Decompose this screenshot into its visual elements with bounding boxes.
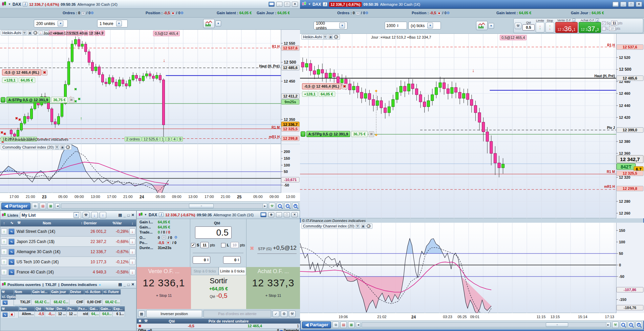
close-position-icon[interactable]: ✖ bbox=[437, 12, 441, 15]
maximize-button[interactable]: □ bbox=[127, 213, 130, 217]
order-price-tag[interactable]: 0,5@12 465,4 bbox=[500, 35, 527, 40]
wrench-icon[interactable]: ⚒ bbox=[356, 224, 360, 228]
open-chart-button[interactable]: ∿ bbox=[8, 259, 15, 265]
position-tag[interactable]: -0,5 @ 12 465,4 (RL)✖ bbox=[2, 69, 47, 75]
left-cci-panel[interactable]: 20015010050-50-10,671 Commodity Channel … bbox=[0, 144, 300, 193]
close-cci-icon[interactable]: ✖ bbox=[66, 145, 70, 149]
chart-type-dropdown[interactable]: ▼ bbox=[488, 23, 494, 29]
open-chart-button[interactable]: ∿ bbox=[2, 312, 8, 317]
spinner-b[interactable]: 0▲▼ bbox=[223, 256, 241, 264]
chart-settings-icon[interactable]: ⚒ bbox=[269, 203, 275, 209]
window-icon[interactable]: ▣ bbox=[60, 145, 65, 149]
exit-position-button[interactable]: Sortir +64,05 € Qté -0,5 bbox=[191, 277, 246, 300]
period-icon[interactable]: ⧉ bbox=[332, 322, 339, 328]
move-up-icon[interactable]: ↑ bbox=[100, 212, 106, 218]
minimize-button[interactable]: _ bbox=[276, 212, 282, 217]
open-chart-button[interactable]: ∿ bbox=[2, 300, 8, 305]
symbol-dropdown[interactable]: ▼ bbox=[8, 3, 11, 6]
stop-order-tag[interactable]: ↕ A:STPg 0,5 @ 12 391,9 36,75 € ✖ bbox=[1, 97, 74, 103]
move-down-icon[interactable]: ↓ bbox=[91, 212, 98, 218]
zoom-out-icon[interactable]: - bbox=[628, 322, 634, 328]
zoom-in-icon[interactable]: + bbox=[636, 322, 642, 328]
period-icon[interactable]: ⧉ bbox=[32, 203, 38, 209]
watchlist-row[interactable]: ↑∿Japon 225 Cash (1$)22 387,2-0,68%↓ bbox=[0, 237, 136, 247]
chat-bubble-icon[interactable]: ● bbox=[99, 283, 101, 287]
minimize-button[interactable]: _ bbox=[124, 213, 126, 217]
order-price-tag[interactable]: 0,5@12 465,4 bbox=[153, 31, 180, 36]
open-chart-button[interactable]: ∿ bbox=[8, 228, 15, 235]
maximize-button[interactable]: □ bbox=[284, 212, 290, 217]
table-row[interactable]: ∿✖Allem...-0,5-0,...12 ...12 ...n/d64,..… bbox=[1, 311, 135, 318]
close-button[interactable]: ✕ bbox=[131, 282, 134, 287]
chart-type-dropdown[interactable]: ▼ bbox=[215, 21, 221, 26]
open-chart-button[interactable]: ∿ bbox=[8, 249, 15, 255]
buy-row-button[interactable]: ↑ bbox=[1, 249, 7, 255]
units-select[interactable]: 200 unités▼ bbox=[34, 20, 68, 27]
sell-row-button[interactable]: ↓ bbox=[129, 259, 135, 265]
news-icon[interactable]: ▤ bbox=[340, 322, 347, 328]
position-settings-icon[interactable]: ⚙ bbox=[180, 11, 184, 15]
zoom-out-icon[interactable]: - bbox=[284, 203, 291, 209]
close-button[interactable]: ✕ bbox=[636, 2, 642, 7]
printer-icon[interactable]: ▤ bbox=[119, 282, 122, 287]
orders-list-icon[interactable]: ▦ bbox=[47, 203, 54, 209]
sell-row-button[interactable]: ↓ bbox=[129, 269, 135, 275]
watchlist-row[interactable]: ↑∿Wall Street Cash (1€)26 001,2-0,28%↓ bbox=[0, 226, 136, 237]
stop-ticks-tab[interactable]: Stop à 0 ticks bbox=[191, 267, 219, 275]
minimize-button[interactable]: _ bbox=[620, 2, 626, 7]
limit-checkbox[interactable] bbox=[221, 243, 226, 247]
open-chart-button[interactable]: ∿ bbox=[8, 239, 15, 245]
orders-list-icon[interactable]: ▦ bbox=[348, 322, 355, 328]
keyboard-icon[interactable]: ⌨ bbox=[260, 212, 266, 217]
cancel-orders-icon[interactable]: ✕ bbox=[81, 12, 85, 15]
keyboard-icon[interactable]: ⌨ bbox=[269, 2, 275, 7]
minimize-button[interactable]: _ bbox=[276, 2, 282, 7]
symbol-dropdown[interactable]: ▼ bbox=[308, 3, 311, 6]
sell-market-button[interactable]: Vente O.F. ... 12 336,1 + Stop 11 bbox=[137, 267, 191, 309]
ticket-titlebar[interactable]: ▼ DAX i 12 336,7 (-0,67%) 09:50:35 Allem… bbox=[137, 211, 300, 219]
orders-wrench-icon[interactable]: ⚒ bbox=[289, 311, 296, 317]
list-select[interactable]: My List▼ bbox=[20, 212, 81, 219]
scroll-left-arrow[interactable]: ◀ bbox=[356, 322, 360, 327]
l-checkbox[interactable] bbox=[602, 27, 606, 30]
buy-row-button[interactable]: ↑ bbox=[1, 269, 7, 275]
close-study-icon[interactable]: ✖ bbox=[334, 35, 338, 39]
printer-icon[interactable]: ▤ bbox=[119, 213, 122, 217]
share-button[interactable]: ◀Partager bbox=[302, 322, 331, 328]
info-icon[interactable]: i bbox=[323, 2, 327, 6]
qty-input[interactable]: 0.5 bbox=[522, 24, 535, 30]
quantity-input[interactable]: 0.5 bbox=[195, 226, 232, 239]
chart-check-icon[interactable]: ✓ bbox=[273, 311, 279, 317]
close-position-icon[interactable]: ✖ bbox=[171, 12, 175, 15]
watchlist-row[interactable]: ↑∿Allemagne 30 Cash (1€)12 336,7-0,67%↓ bbox=[0, 247, 136, 257]
buy-row-button[interactable]: ↑ bbox=[1, 259, 7, 265]
scroll-left-arrow[interactable]: ◀ bbox=[55, 203, 60, 208]
window-icon[interactable]: ▣ bbox=[328, 35, 333, 39]
positions-detail-table[interactable]: ⚒NomQté%VarDer...Px...Px.r...Gai...Gain.… bbox=[1, 306, 135, 318]
chart-scrollbar[interactable]: ≡▶ bbox=[61, 203, 267, 208]
right-cci-panel[interactable]: 150100500-50-150-107,86-184,76 Commodity… bbox=[300, 223, 644, 313]
sell-arrow-icon[interactable]: ↓ bbox=[39, 31, 43, 35]
maximize-button[interactable]: □ bbox=[284, 2, 290, 7]
tick-type-select[interactable]: (x) ticks▼ bbox=[408, 22, 441, 29]
fit-zoom-icon[interactable] bbox=[277, 203, 283, 209]
close-button[interactable]: ✕ bbox=[292, 2, 298, 7]
tick-count-spinner[interactable]: 1000▲▼ bbox=[385, 22, 407, 29]
limit-ticks-tab[interactable]: Limite à 0 ticks bbox=[219, 267, 246, 275]
buy-row-button[interactable]: ↑ bbox=[1, 228, 7, 235]
watchlist-row[interactable]: ↑∿France 40 Cash (1€)4 949,3-0,58%↓ bbox=[0, 267, 136, 277]
stop-checkbox[interactable]: ✓ bbox=[191, 243, 195, 247]
buy-row-button[interactable]: ↑ bbox=[1, 239, 7, 245]
orders-gear-icon[interactable]: ⚙ bbox=[281, 311, 287, 317]
share-button[interactable]: ◀Partager bbox=[1, 203, 30, 209]
spinner-a[interactable]: 0▲▼ bbox=[193, 256, 210, 264]
watchlist-column-header[interactable]: ↑ ∿ ⚒ Nom ↑ Dernier %Var ↓ bbox=[0, 220, 136, 226]
window-icon[interactable]: ▣ bbox=[361, 224, 365, 228]
chart-type-button[interactable] bbox=[203, 19, 215, 28]
units-select[interactable]: 1000 unités▼ bbox=[314, 22, 347, 29]
buy-market-button[interactable]: Achat O.F. ... 12 337,3 + Stop 11 bbox=[246, 267, 300, 309]
limit-order-button[interactable]: ↓↑ bbox=[536, 22, 544, 32]
close-button[interactable]: ✕ bbox=[292, 212, 298, 217]
reverse-position-button[interactable]: Inverser position bbox=[146, 310, 202, 317]
news-icon[interactable]: ▤ bbox=[40, 203, 46, 209]
